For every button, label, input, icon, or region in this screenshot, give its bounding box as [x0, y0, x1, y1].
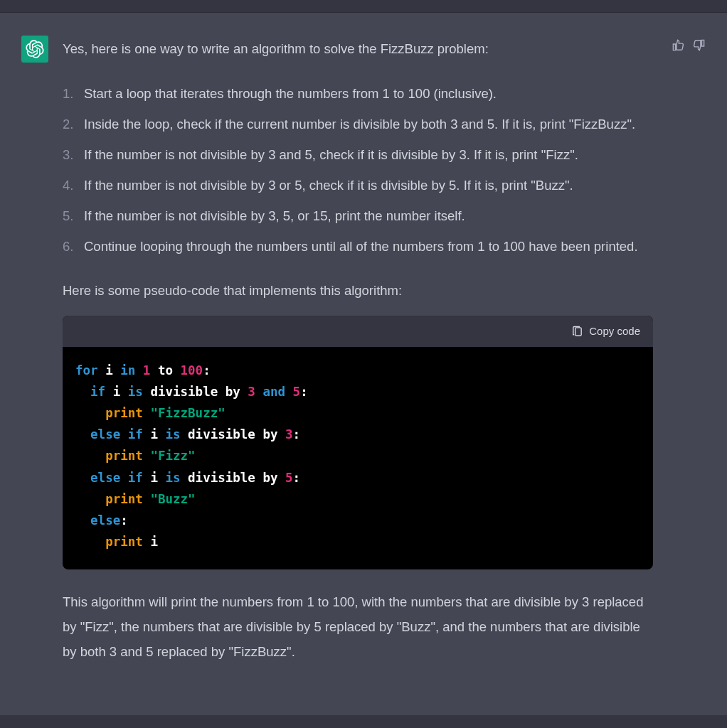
intro-text: Yes, here is one way to write an algorit… [63, 34, 653, 60]
outro-text: This algorithm will print the numbers fr… [63, 589, 653, 664]
copy-code-label: Copy code [589, 323, 640, 340]
message-content: Yes, here is one way to write an algorit… [63, 34, 653, 687]
thumbs-down-icon[interactable] [692, 38, 706, 52]
svg-rect-0 [575, 327, 582, 335]
assistant-avatar [21, 36, 48, 63]
top-bar [0, 0, 727, 13]
steps-list: Start a loop that iterates through the n… [63, 81, 653, 259]
code-block: Copy code for i in 1 to 100: if i is div… [63, 316, 653, 569]
bottom-bar [0, 715, 727, 728]
list-item: Continue looping through the numbers unt… [63, 234, 653, 259]
list-item: Inside the loop, check if the current nu… [63, 112, 653, 136]
code-content: for i in 1 to 100: if i is divisible by … [63, 347, 653, 569]
list-item: Start a loop that iterates through the n… [63, 81, 653, 106]
feedback-actions [672, 34, 706, 687]
copy-code-button[interactable]: Copy code [571, 323, 640, 340]
list-item: If the number is not divisible by 3, 5, … [63, 203, 653, 228]
code-header: Copy code [63, 316, 653, 347]
pseudo-intro-text: Here is some pseudo-code that implements… [63, 280, 653, 301]
list-item: If the number is not divisible by 3 or 5… [63, 173, 653, 198]
openai-logo-icon [26, 40, 44, 58]
thumbs-up-icon[interactable] [672, 38, 685, 52]
assistant-message: Yes, here is one way to write an algorit… [0, 13, 727, 715]
clipboard-icon [571, 326, 583, 338]
list-item: If the number is not divisible by 3 and … [63, 142, 653, 167]
